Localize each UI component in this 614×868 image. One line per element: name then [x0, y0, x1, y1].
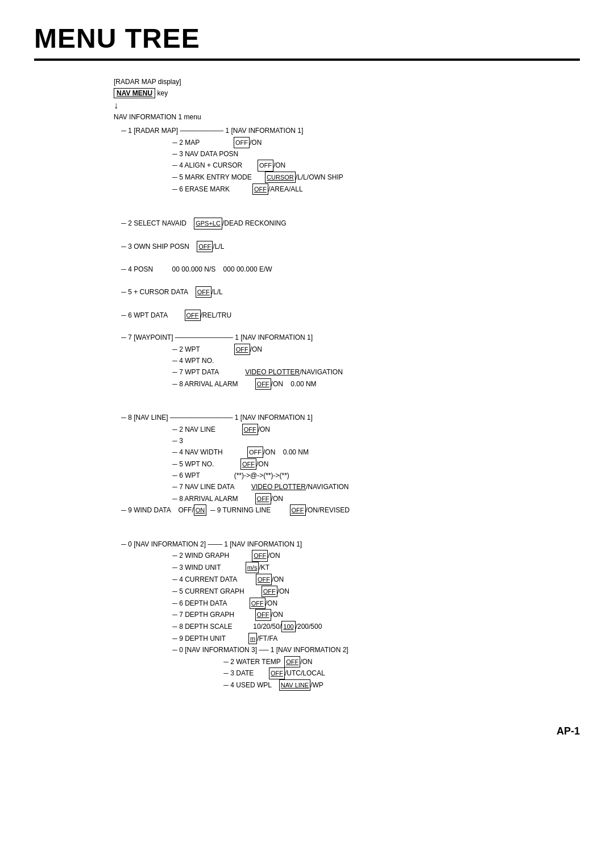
menu-tree: ─ 1 [RADAR MAP] ───────── 1 [NAV INFORMA…: [114, 126, 580, 691]
arrow-down: ↓: [114, 101, 580, 111]
page-number: AP-1: [34, 725, 580, 737]
nav-info-menu-label: NAV INFORMATION 1 menu: [114, 113, 580, 121]
nav-menu-box: NAV MENU: [114, 88, 155, 98]
tree-content: ─ 1 [RADAR MAP] ───────── 1 [NAV INFORMA…: [114, 126, 580, 691]
title-divider: [34, 59, 580, 61]
nav-menu-key-label: NAV MENU key: [114, 88, 580, 98]
context-label: [RADAR MAP display]: [114, 78, 580, 86]
page-title: MENU TREE: [34, 23, 580, 54]
